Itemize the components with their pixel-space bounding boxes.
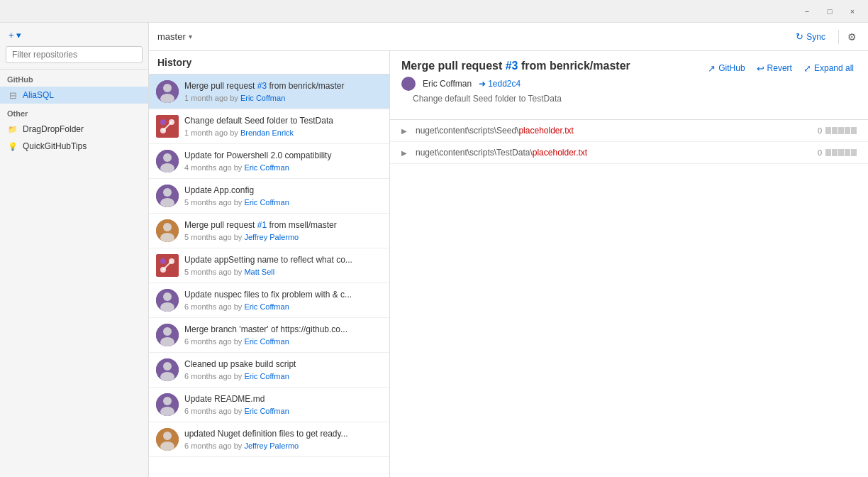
sidebar-item-aliasql[interactable]: AliaSQL bbox=[0, 87, 148, 104]
avatar bbox=[156, 358, 179, 381]
history-item[interactable]: Update appSetting name to reflect what c… bbox=[149, 248, 389, 283]
detail-author: Eric Coffman bbox=[423, 79, 472, 89]
detail-avatar bbox=[401, 77, 416, 91]
filter-repositories-input[interactable] bbox=[6, 46, 143, 63]
diff-stats: 0 bbox=[818, 126, 857, 135]
avatar bbox=[156, 219, 179, 242]
history-item-meta: 5 months ago by Matt Sell bbox=[184, 268, 382, 276]
file-path-highlight: placeholder.txt bbox=[518, 126, 573, 136]
diff-block bbox=[845, 149, 850, 156]
svg-point-29 bbox=[163, 362, 172, 371]
detail-header: Merge pull request #3 from benrick/maste… bbox=[390, 51, 868, 120]
avatar bbox=[156, 393, 179, 416]
history-item-title: updated Nuget definition files to get re… bbox=[184, 428, 382, 440]
github-label: GitHub bbox=[718, 63, 745, 73]
history-item-title: Update README.md bbox=[184, 393, 382, 405]
sidebar-item-dragdropfolder[interactable]: DragDropFolder bbox=[0, 121, 148, 138]
history-heading: History bbox=[149, 51, 389, 75]
history-item-meta: 4 months ago by Eric Coffman bbox=[184, 163, 382, 172]
diff-bar bbox=[825, 127, 857, 134]
branch-selector[interactable]: master ▾ bbox=[157, 31, 192, 42]
sync-label: Sync bbox=[806, 32, 825, 42]
sidebar-item-quickgithubtips[interactable]: QuickGitHubTips bbox=[0, 138, 148, 155]
history-item[interactable]: Merge pull request #1 from msell/master5… bbox=[149, 214, 389, 248]
close-button[interactable]: × bbox=[842, 4, 862, 18]
svg-point-26 bbox=[163, 327, 172, 336]
history-item-info: Update appSetting name to reflect what c… bbox=[184, 254, 382, 276]
history-item-info: Merge branch 'master' of https://github.… bbox=[184, 324, 382, 346]
restore-button[interactable]: □ bbox=[820, 4, 840, 18]
detail-title-suffix: from benrick/master bbox=[518, 60, 630, 72]
avatar bbox=[156, 185, 179, 207]
chevron-right-icon: ▶ bbox=[401, 149, 410, 157]
diff-count: 0 bbox=[818, 126, 822, 135]
svg-point-7 bbox=[160, 119, 166, 125]
history-item[interactable]: Change default Seed folder to TestData1 … bbox=[149, 109, 389, 144]
file-change-row[interactable]: ▶nuget\content\scripts\TestData\placehol… bbox=[390, 142, 868, 164]
history-item-title: Merge pull request #3 from benrick/maste… bbox=[184, 80, 382, 92]
settings-button[interactable]: ⚙ bbox=[845, 28, 859, 45]
history-item[interactable]: Merge pull request #3 from benrick/maste… bbox=[149, 75, 389, 109]
top-bar: master ▾ ↻ Sync ⚙ bbox=[149, 23, 868, 51]
history-item-info: Update README.md6 months ago by Eric Cof… bbox=[184, 393, 382, 415]
history-item-meta: 1 month ago by Brendan Enrick bbox=[184, 128, 382, 137]
db-icon bbox=[7, 90, 18, 100]
history-item-title: Update App.config bbox=[184, 185, 382, 197]
history-item[interactable]: Update README.md6 months ago by Eric Cof… bbox=[149, 388, 389, 422]
history-item[interactable]: Cleaned up psake build script6 months ag… bbox=[149, 353, 389, 388]
github-section-label: GitHub bbox=[0, 70, 148, 87]
history-list: Merge pull request #3 from benrick/maste… bbox=[149, 75, 389, 477]
history-item-info: Change default Seed folder to TestData1 … bbox=[184, 115, 382, 137]
history-item-title: Update appSetting name to reflect what c… bbox=[184, 254, 382, 266]
history-item-title: Update nuspec files to fix problem with … bbox=[184, 289, 382, 301]
avatar bbox=[156, 80, 179, 103]
branch-name: master bbox=[157, 31, 186, 42]
github-button[interactable]: ↗ GitHub bbox=[705, 62, 747, 75]
history-item-info: Update nuspec files to fix problem with … bbox=[184, 289, 382, 311]
history-item-info: Update for Powershell 2.0 compatibility4… bbox=[184, 150, 382, 172]
detail-title: Merge pull request #3 from benrick/maste… bbox=[401, 60, 630, 72]
expand-icon: ⤢ bbox=[803, 63, 811, 74]
svg-point-35 bbox=[163, 432, 172, 440]
folder-icon bbox=[7, 124, 18, 134]
history-item[interactable]: Update App.config5 months ago by Eric Co… bbox=[149, 179, 389, 214]
history-item-meta: 6 months ago by Eric Coffman bbox=[184, 302, 382, 311]
revert-button[interactable]: ↩ Revert bbox=[754, 62, 795, 75]
history-item-meta: 6 months ago by Eric Coffman bbox=[184, 372, 382, 380]
separator bbox=[838, 30, 839, 44]
history-item-meta: 6 months ago by Eric Coffman bbox=[184, 337, 382, 346]
history-item-title: Update for Powershell 2.0 compatibility bbox=[184, 150, 382, 162]
branch-chevron-icon: ▾ bbox=[189, 33, 192, 40]
file-path: nuget\content\scripts\TestData\placehold… bbox=[416, 148, 812, 158]
sidebar-item-label: QuickGitHubTips bbox=[23, 141, 87, 151]
sidebar-item-label: AliaSQL bbox=[23, 90, 54, 100]
expand-all-button[interactable]: ⤢ Expand all bbox=[801, 62, 857, 75]
sidebar-top: + ▾ bbox=[0, 23, 148, 70]
minimize-button[interactable]: − bbox=[797, 4, 817, 18]
svg-point-12 bbox=[163, 188, 172, 197]
add-repository-button[interactable]: + ▾ bbox=[6, 28, 24, 42]
history-item[interactable]: Update nuspec files to fix problem with … bbox=[149, 283, 389, 318]
diff-block bbox=[832, 149, 838, 156]
history-item-info: Merge pull request #1 from msell/master5… bbox=[184, 219, 382, 241]
diff-bar bbox=[825, 149, 857, 156]
file-change-row[interactable]: ▶nuget\content\scripts\Seed\placeholder.… bbox=[390, 120, 868, 142]
commit-hash[interactable]: ➜ 1edd2c4 bbox=[479, 79, 521, 89]
app-body: + ▾ GitHub AliaSQL Other DragDropFolder … bbox=[0, 23, 868, 477]
history-item[interactable]: Merge branch 'master' of https://github.… bbox=[149, 318, 389, 353]
sync-button[interactable]: ↻ Sync bbox=[789, 28, 833, 45]
history-panel: History Merge pull request #3 from benri… bbox=[149, 51, 390, 477]
detail-meta-row: Eric Coffman ➜ 1edd2c4 bbox=[401, 77, 857, 91]
detail-pr-number: #3 bbox=[506, 60, 518, 72]
detail-description: Change default Seed folder to TestData bbox=[401, 94, 857, 111]
file-path-highlight: placeholder.txt bbox=[533, 148, 587, 158]
svg-point-15 bbox=[163, 223, 172, 231]
top-bar-actions: ↻ Sync ⚙ bbox=[789, 28, 859, 45]
chevron-right-icon: ▶ bbox=[401, 127, 410, 135]
detail-actions: ↗ GitHub ↩ Revert ⤢ Expand all bbox=[705, 62, 857, 75]
history-item[interactable]: updated Nuget definition files to get re… bbox=[149, 422, 389, 457]
history-item[interactable]: Update for Powershell 2.0 compatibility4… bbox=[149, 144, 389, 179]
commit-hash-value: 1edd2c4 bbox=[488, 79, 521, 89]
diff-block bbox=[838, 127, 844, 134]
sidebar-item-label: DragDropFolder bbox=[23, 124, 84, 134]
